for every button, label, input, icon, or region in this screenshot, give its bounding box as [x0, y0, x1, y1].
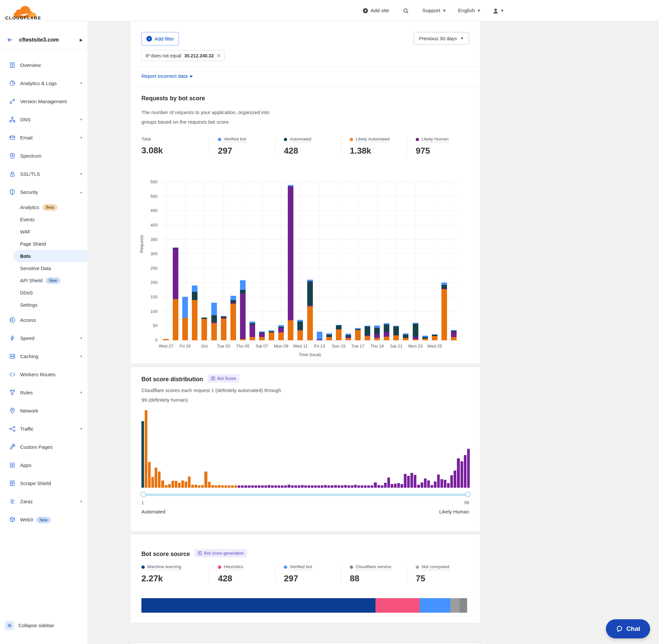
sidebar-item-network[interactable]: Network [0, 401, 88, 420]
add-site-button[interactable]: Add site [362, 7, 389, 14]
bar-segment-likely-automated [326, 337, 332, 340]
support-menu[interactable]: Support ▼ [422, 7, 446, 14]
stat-label[interactable]: Automated [290, 137, 311, 142]
histogram-bar-score-67 [361, 485, 363, 488]
source-segment-heuristics [376, 598, 420, 613]
source-stacked-bar[interactable] [141, 598, 467, 613]
chevron-down-icon[interactable]: ▾ [80, 117, 82, 122]
sidebar-item-settings[interactable]: Settings [0, 299, 88, 311]
slider-max-label: 99 [464, 500, 469, 505]
stat-value: 975 [416, 146, 469, 156]
stat-label[interactable]: Likely Human [422, 137, 449, 142]
header-nav: Add site Support ▼ English ▼ ▼ [362, 0, 504, 21]
sidebar-item-api-shield[interactable]: API ShieldNew [0, 274, 88, 286]
stat-label[interactable]: Likely Automated [356, 137, 390, 142]
sidebar-item-sensitive-data[interactable]: Sensitive Data [0, 262, 88, 274]
sidebar-item-page-shield[interactable]: Page Shield [0, 238, 88, 250]
sidebar-item-spectrum[interactable]: Spectrum [0, 147, 88, 165]
histogram-bar-score-61 [341, 485, 344, 488]
sidebar-item-rules[interactable]: Rules▾ [0, 384, 88, 401]
header-search-button[interactable] [403, 8, 408, 14]
sidebar-item-scrape-shield[interactable]: Scrape Shield [0, 474, 88, 492]
chevron-down-icon[interactable]: ▾ [80, 354, 82, 359]
sidebar-item-custom-pages[interactable]: Custom Pages [0, 438, 88, 456]
sidebar-item-workers-routes[interactable]: Workers Routes [0, 365, 88, 384]
domain-selector[interactable]: cftestsite3.com ▶ [0, 30, 88, 49]
bot-score-generation-badge[interactable]: Bot score generation [194, 549, 247, 557]
stat-value: 3.08k [141, 145, 206, 156]
histogram-bar-score-30 [238, 485, 240, 488]
stacked-bar [384, 323, 389, 340]
chevron-down-icon[interactable]: ▾ [80, 427, 82, 431]
histogram-bar-score-34 [251, 485, 254, 488]
sidebar-item-overview[interactable]: Overview [0, 56, 88, 74]
histogram-bar-score-84 [417, 485, 420, 488]
cloudflare-logo[interactable]: CLOUDFLARE [5, 1, 44, 20]
bot-score-badge[interactable]: Bot Score [208, 374, 239, 383]
bot-score-histogram[interactable] [141, 410, 470, 488]
sidebar-item-security[interactable]: Security▴ [0, 183, 88, 201]
automated-end-label: Automated [141, 509, 165, 514]
histogram-bar-score-28 [231, 485, 234, 488]
sidebar-item-analytics-logs[interactable]: Analytics & Logs▾ [0, 74, 88, 92]
time-range-dropdown[interactable]: Previous 30 days ▼ [414, 32, 469, 45]
collapse-sidebar-button[interactable]: Collapse sidebar [5, 621, 54, 630]
stat-label[interactable]: Heuristics [224, 564, 243, 570]
sidebar-item-speed[interactable]: Speed▾ [0, 329, 88, 347]
language-menu[interactable]: English ▼ [458, 7, 481, 14]
chevron-down-icon[interactable]: ▾ [80, 172, 82, 176]
histogram-bar-score-68 [364, 485, 367, 488]
close-icon[interactable] [217, 53, 221, 58]
sidebar-item-label: API Shield [20, 278, 43, 283]
chevron-up-icon[interactable]: ▴ [80, 190, 82, 194]
slider-handle-min[interactable] [140, 492, 146, 497]
chevron-right-icon[interactable]: ▶ [80, 38, 83, 42]
time-range-label: Previous 30 days [419, 36, 457, 41]
sidebar-item-ddos[interactable]: DDoS [0, 286, 88, 299]
sidebar-item-label: Analytics [20, 205, 39, 210]
sidebar-item-ssl-tls[interactable]: SSL/TLS▾ [0, 165, 88, 183]
lightning-icon [9, 335, 16, 341]
chevron-down-icon[interactable]: ▾ [80, 136, 82, 140]
sidebar-item-web3[interactable]: Web3New [0, 510, 88, 529]
score-range-slider[interactable] [141, 493, 470, 496]
stat-label[interactable]: Not computed [422, 564, 449, 570]
sidebar-item-zaraz[interactable]: Zaraz▾ [0, 492, 88, 510]
chevron-down-icon[interactable]: ▾ [80, 336, 82, 340]
sidebar-item-caching[interactable]: Caching▾ [0, 347, 88, 365]
chat-button[interactable]: Chat [606, 619, 650, 638]
sidebar-item-email[interactable]: Email▾ [0, 129, 88, 147]
chevron-down-icon[interactable]: ▾ [80, 499, 82, 504]
chevron-down-icon[interactable]: ▾ [80, 81, 82, 86]
sidebar-item-waf[interactable]: WAF [0, 226, 88, 238]
add-filter-button[interactable]: + Add filter [141, 32, 179, 46]
gear-icon[interactable] [5, 621, 15, 630]
slider-handle-max[interactable] [465, 492, 471, 497]
y-tick-label: 150 [144, 295, 158, 299]
chat-bubble-icon [616, 625, 623, 632]
y-tick-label: 500 [144, 194, 158, 199]
sidebar-item-apps[interactable]: Apps [0, 456, 88, 474]
histogram-bar-score-59 [334, 485, 337, 488]
stat-label[interactable]: Verified bot [290, 564, 312, 570]
back-arrow-icon[interactable] [6, 37, 13, 43]
stat-label[interactable]: Machine learning [147, 564, 181, 570]
stat-label[interactable]: Cloudflare service [356, 564, 391, 570]
sidebar-item-traffic[interactable]: Traffic▾ [0, 420, 88, 438]
histogram-bar-score-82 [410, 473, 413, 488]
y-tick-label: 350 [144, 237, 158, 242]
stat-label[interactable]: Verified bot [224, 137, 246, 142]
account-menu[interactable]: ▼ [493, 8, 504, 14]
stat-value: 2.27k [141, 573, 206, 584]
sidebar-item-access[interactable]: Access [0, 311, 88, 329]
sidebar-item-version-management[interactable]: Version Management [0, 92, 88, 111]
sidebar-item-analytics[interactable]: AnalyticsBeta [0, 201, 88, 213]
filter-chip[interactable]: IP does not equal 35.212.240.32 [141, 50, 225, 61]
sidebar-item-events[interactable]: Events [0, 213, 88, 226]
report-incorrect-data-link[interactable]: Report incorrect data ▶ [141, 73, 193, 79]
sidebar-item-bots[interactable]: Bots [13, 250, 88, 262]
bar-segment-likely-automated [413, 339, 418, 340]
sidebar-item-dns[interactable]: DNS▾ [0, 111, 88, 129]
stacked-bar [307, 280, 313, 340]
chevron-down-icon[interactable]: ▾ [80, 390, 82, 395]
